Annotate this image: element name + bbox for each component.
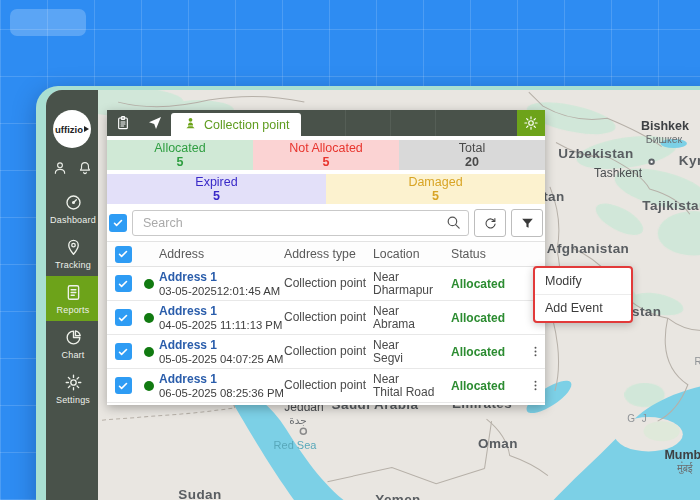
tab-slot-divider [346,110,391,136]
column-header-address[interactable]: Address [159,247,284,261]
navigation-arrow-icon[interactable] [139,110,171,136]
map-label-country: Sudan [178,487,221,500]
sidebar-item-label: Settings [47,395,99,405]
summary-cards-row-2: Expired5Damaged5 [107,174,545,204]
panel-tabbar: Collection point [107,110,545,136]
sidebar-item-chart[interactable]: Chart [46,321,100,366]
collection-point-icon [183,116,198,134]
context-menu-item-modify[interactable]: Modify [535,268,631,294]
filter-button[interactable] [511,209,543,237]
sidebar-item-settings[interactable]: Settings [46,366,100,411]
status-dot [144,381,154,391]
address-type-cell: Collection point [284,379,373,392]
search-icon[interactable] [445,214,462,231]
address-link[interactable]: Address 1 [159,270,284,284]
map-label-country: Uzbekistan [558,146,633,161]
location-cell: NearThital Road [373,373,451,399]
header-select-all-checkbox[interactable] [115,246,132,263]
row-checkbox[interactable] [115,275,132,292]
status-dot [144,279,154,289]
map-label-water: Red Sea [274,439,317,451]
search-row [109,210,543,236]
gear-icon [47,373,99,392]
map-label-region: G J [627,413,649,424]
map-canvas[interactable]: UzbekistanTashkentBishkekБишкекKyrgTajik… [98,90,700,500]
map-label-country: Kyrg [679,153,700,168]
uffizio-logo[interactable]: uffizio [53,110,91,148]
bell-icon[interactable] [77,160,93,176]
speedometer-icon [47,193,99,212]
address-cell: Address 105-05-2025 04:07:25 AM [159,338,284,365]
tab-label: Collection point [204,118,289,132]
status-cell: Allocated [451,277,526,291]
location-pin-icon [47,238,99,257]
summary-card-allocated: Allocated5 [107,140,253,170]
address-link[interactable]: Address 1 [159,372,284,386]
app-window: uffizio DashboardTrackingReportsChartSet… [36,86,700,500]
column-header-location[interactable]: Location [373,247,451,261]
sidebar-item-reports[interactable]: Reports [46,276,100,321]
address-datetime: 06-05-2025 08:25:36 PM [159,387,284,399]
location-cell: NearSegvi [373,339,451,365]
map-label-country: Yemen [375,492,421,500]
address-datetime: 03-05-202512:01:45 AM [159,285,284,297]
card-label: Allocated [154,141,205,155]
column-header-status[interactable]: Status [451,247,526,261]
report-panel: Collection point Allocated5Not Allocated… [107,110,545,405]
card-value: 20 [465,155,479,169]
clipboard-icon[interactable] [107,110,139,136]
table-row[interactable]: Address 104-05-2025 11:11:13 PMCollectio… [107,301,545,335]
table-row[interactable]: Address 105-05-2025 04:07:25 AMCollectio… [107,335,545,369]
summary-card-damaged: Damaged5 [326,174,545,204]
row-dot-cell [139,313,159,323]
map-label-country: Oman [478,436,518,451]
row-checkbox[interactable] [115,343,132,360]
row-checkbox-cell [107,309,139,326]
row-checkbox-cell [107,343,139,360]
tab-collection-point[interactable]: Collection point [171,113,301,136]
map-label-city-bold: Bishkek [641,119,689,133]
card-label: Total [459,141,485,155]
person-icon[interactable] [52,160,68,176]
context-menu-item-add-event[interactable]: Add Event [535,294,631,321]
map-label-city-sub: मुंबई [677,462,692,475]
status-dot [144,313,154,323]
table-header: AddressAddress typeLocationStatus [107,241,545,267]
row-checkbox[interactable] [115,377,132,394]
row-checkbox[interactable] [115,309,132,326]
card-value: 5 [213,189,220,203]
address-datetime: 05-05-2025 04:07:25 AM [159,353,284,365]
row-dot-cell [139,381,159,391]
search-input[interactable] [132,210,469,236]
sidebar: uffizio DashboardTrackingReportsChartSet… [46,90,98,500]
row-menu-button[interactable] [526,369,545,402]
summary-card-total: Total20 [399,140,545,170]
sidebar-item-tracking[interactable]: Tracking [46,231,100,276]
panel-settings-button[interactable] [517,110,545,136]
sidebar-item-label: Dashboard [47,215,99,225]
background-grid-chip [10,9,86,36]
report-doc-icon [47,283,99,302]
address-link[interactable]: Address 1 [159,338,284,352]
map-label-city: Tashkent [594,166,642,180]
card-label: Expired [195,175,237,189]
table-body: Address 103-05-202512:01:45 AMCollection… [107,267,545,403]
refresh-button[interactable] [474,209,506,237]
table-row[interactable]: Address 103-05-202512:01:45 AMCollection… [107,267,545,301]
location-cell: NearAbrama [373,305,451,331]
sidebar-item-dashboard[interactable]: Dashboard [46,186,100,231]
tab-slot-divider [301,110,346,136]
summary-card-expired: Expired5 [107,174,326,204]
map-label-country: Afghanistan [547,241,629,256]
select-all-checkbox[interactable] [109,214,127,232]
column-header-address-type[interactable]: Address type [284,247,373,261]
card-value: 5 [432,189,439,203]
map-label-city-bold: Mumbai [664,448,700,462]
row-menu-button[interactable] [526,335,545,368]
summary-cards-row-1: Allocated5Not Allocated5Total20 [107,140,545,170]
row-context-menu: ModifyAdd Event [533,266,633,323]
table-row[interactable]: Address 106-05-2025 08:25:36 PMCollectio… [107,369,545,403]
card-label: Damaged [408,175,462,189]
map-label-country: Tajikistan [642,198,700,213]
address-link[interactable]: Address 1 [159,304,284,318]
